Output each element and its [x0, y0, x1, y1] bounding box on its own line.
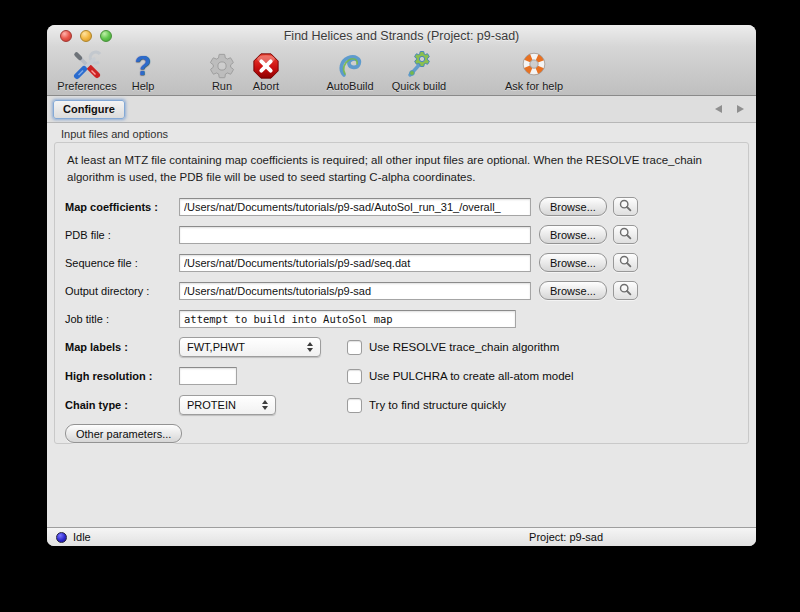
tab-nav: [715, 105, 744, 113]
next-tab-icon[interactable]: [737, 105, 744, 113]
pdb-file-input[interactable]: [179, 226, 531, 244]
traffic-lights: [60, 30, 112, 42]
map-labels-value: FWT,PHWT: [187, 341, 245, 353]
magnifier-icon: [619, 227, 632, 243]
project-label: Project: p9-sad: [529, 531, 603, 543]
abort-octagon-icon: [252, 49, 280, 80]
output-directory-label: Output directory :: [65, 285, 179, 297]
toolbar-autobuild-button[interactable]: AutoBuild: [317, 49, 383, 92]
map-coefficients-browse-button[interactable]: Browse...: [539, 197, 607, 216]
map-coefficients-row: Map coefficients : Browse...: [65, 197, 738, 216]
toolbar-label: Quick build: [392, 80, 446, 92]
status-text: Idle: [73, 531, 91, 543]
gear-icon: [208, 49, 236, 80]
toolbar: Preferences ? Help Run: [47, 47, 756, 96]
resolve-trace-chain-checkbox[interactable]: [347, 340, 362, 355]
sequence-file-browse-button[interactable]: Browse...: [539, 253, 607, 272]
tab-configure[interactable]: Configure: [53, 100, 125, 119]
high-resolution-input[interactable]: [179, 367, 237, 385]
job-title-row: Job title :: [65, 309, 738, 328]
map-labels-row: Map labels : FWT,PHWT Use RESOLVE trace_…: [65, 337, 738, 357]
toolbar-quickbuild-button[interactable]: Quick build: [383, 49, 455, 92]
pulchra-checkbox[interactable]: [347, 369, 362, 384]
pdb-file-label: PDB file :: [65, 229, 179, 241]
app-window: Find Helices and Strands (Project: p9-sa…: [47, 25, 756, 546]
input-files-group-box: At least an MTZ file containing map coef…: [54, 142, 749, 444]
magnifier-icon: [619, 255, 632, 271]
toolbar-label: Help: [132, 80, 155, 92]
map-coefficients-input[interactable]: [179, 198, 531, 216]
group-box-title: Input files and options: [61, 128, 756, 140]
zoom-button[interactable]: [100, 30, 112, 42]
map-coefficients-label: Map coefficients :: [65, 201, 179, 213]
window-title: Find Helices and Strands (Project: p9-sa…: [284, 29, 520, 43]
sequence-file-row: Sequence file : Browse...: [65, 253, 738, 272]
prev-tab-icon[interactable]: [715, 105, 722, 113]
magnifier-icon: [619, 283, 632, 299]
lifebuoy-icon: [519, 49, 549, 80]
sequence-file-view-button[interactable]: [613, 253, 638, 272]
chain-type-select[interactable]: PROTEIN: [179, 395, 276, 415]
tools-icon: [72, 49, 102, 80]
checkbox-label: Use RESOLVE trace_chain algorithm: [369, 341, 559, 353]
pdb-file-view-button[interactable]: [613, 225, 638, 244]
titlebar[interactable]: Find Helices and Strands (Project: p9-sa…: [47, 25, 756, 47]
pdb-file-browse-button[interactable]: Browse...: [539, 225, 607, 244]
toolbar-label: Preferences: [57, 80, 116, 92]
resolve-trace-chain-option: Use RESOLVE trace_chain algorithm: [347, 340, 738, 355]
close-button[interactable]: [60, 30, 72, 42]
checkbox-label: Use PULCHRA to create all-atom model: [369, 370, 574, 382]
job-title-input[interactable]: [179, 310, 516, 328]
toolbar-run-button[interactable]: Run: [201, 49, 243, 92]
output-directory-input[interactable]: [179, 282, 531, 300]
sequence-file-label: Sequence file :: [65, 257, 179, 269]
status-dot-icon: [56, 532, 67, 543]
output-directory-view-button[interactable]: [613, 281, 638, 300]
checkbox-label: Try to find structure quickly: [369, 399, 506, 411]
description-text: At least an MTZ file containing map coef…: [67, 152, 731, 186]
find-quickly-option: Try to find structure quickly: [347, 398, 738, 413]
toolbar-label: AutoBuild: [326, 80, 373, 92]
map-labels-select[interactable]: FWT,PHWT: [179, 337, 321, 357]
job-title-label: Job title :: [65, 313, 179, 325]
chain-type-value: PROTEIN: [187, 399, 236, 411]
other-parameters-button[interactable]: Other parameters...: [65, 424, 182, 443]
map-labels-label: Map labels :: [65, 341, 179, 353]
molecule-icon: [335, 49, 365, 80]
output-directory-row: Output directory : Browse...: [65, 281, 738, 300]
find-quickly-checkbox[interactable]: [347, 398, 362, 413]
pdb-file-row: PDB file : Browse...: [65, 225, 738, 244]
map-coefficients-view-button[interactable]: [613, 197, 638, 216]
gear-molecule-icon: [404, 49, 434, 80]
sequence-file-input[interactable]: [179, 254, 531, 272]
high-resolution-row: High resolution : Use PULCHRA to create …: [65, 366, 738, 386]
content-area: Input files and options At least an MTZ …: [47, 123, 756, 527]
toolbar-ask-for-help-button[interactable]: Ask for help: [495, 49, 573, 92]
chain-type-row: Chain type : PROTEIN Try to find structu…: [65, 395, 738, 415]
minimize-button[interactable]: [80, 30, 92, 42]
toolbar-label: Ask for help: [505, 80, 563, 92]
stepper-arrows-icon: [262, 400, 268, 410]
chain-type-label: Chain type :: [65, 399, 179, 411]
toolbar-label: Abort: [253, 80, 279, 92]
pulchra-option: Use PULCHRA to create all-atom model: [347, 369, 738, 384]
output-directory-browse-button[interactable]: Browse...: [539, 281, 607, 300]
other-parameters-row: Other parameters...: [65, 424, 738, 443]
toolbar-preferences-button[interactable]: Preferences: [55, 49, 119, 92]
high-resolution-label: High resolution :: [65, 370, 179, 382]
tab-bar: Configure: [47, 96, 756, 123]
status-bar: Idle Project: p9-sad: [47, 527, 756, 546]
toolbar-label: Run: [212, 80, 232, 92]
stepper-arrows-icon: [307, 342, 313, 352]
magnifier-icon: [619, 199, 632, 215]
toolbar-help-button[interactable]: ? Help: [123, 49, 163, 92]
question-mark-icon: ?: [135, 49, 152, 80]
toolbar-abort-button[interactable]: Abort: [243, 49, 289, 92]
